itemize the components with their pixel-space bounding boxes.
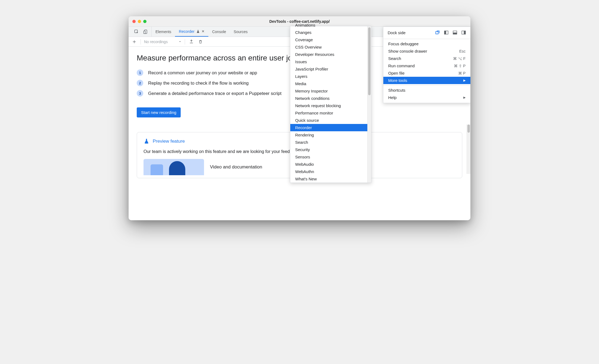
window-minimize-button[interactable] xyxy=(138,20,141,23)
flask-icon xyxy=(196,30,200,33)
submenu-arrow-icon: ▶ xyxy=(463,96,466,99)
dock-side-row: Dock side xyxy=(383,28,470,38)
menu-item-label: Focus debuggee xyxy=(388,41,419,46)
menu-item-label: Help xyxy=(388,95,397,100)
submenu-arrow-icon: ▶ xyxy=(463,79,466,82)
tools-menu-item[interactable]: Memory Inspector xyxy=(290,87,371,95)
menu-item-help[interactable]: Help ▶ xyxy=(383,94,470,101)
svg-rect-12 xyxy=(464,31,466,34)
step-number-badge: 1 xyxy=(137,69,143,76)
tools-menu-item-label: Coverage xyxy=(295,37,313,42)
tools-menu-item[interactable]: Performance monitor xyxy=(290,109,371,117)
tools-menu-item[interactable]: Layers xyxy=(290,73,371,80)
svg-rect-10 xyxy=(453,33,457,34)
start-recording-button[interactable]: Start new recording xyxy=(137,107,181,117)
tools-menu-item[interactable]: Sensors xyxy=(290,153,371,161)
tools-menu-item[interactable]: JavaScript Profiler xyxy=(290,65,371,73)
tools-menu-item[interactable]: Media xyxy=(290,80,371,87)
menu-item-shortcuts[interactable]: Shortcuts xyxy=(383,87,470,94)
dock-right-icon[interactable] xyxy=(461,30,466,35)
traffic-lights xyxy=(132,20,146,23)
dock-left-icon[interactable] xyxy=(444,30,449,35)
tab-recorder[interactable]: Recorder ✕ xyxy=(175,27,208,37)
tab-elements[interactable]: Elements xyxy=(152,27,175,37)
tab-label: Recorder xyxy=(179,29,195,34)
main-options-menu: Dock side Focus debuggee S xyxy=(383,27,470,103)
delete-icon[interactable] xyxy=(197,39,203,45)
step-number-badge: 3 xyxy=(137,90,143,97)
menu-item-label: Search xyxy=(388,56,401,61)
menu-divider xyxy=(383,39,470,39)
menu-item-label: More tools xyxy=(388,78,407,83)
tools-menu-item[interactable]: Quick source xyxy=(290,117,371,124)
add-recording-button[interactable] xyxy=(131,39,137,45)
preview-feature-link[interactable]: Preview feature xyxy=(153,139,185,144)
tab-console[interactable]: Console xyxy=(208,27,230,37)
tools-menu-item-label: JavaScript Profiler xyxy=(295,67,328,71)
menu-item-more-tools[interactable]: More tools ▶ xyxy=(383,77,470,84)
step-text: Record a common user journey on your web… xyxy=(148,70,257,75)
menu-item-show-console-drawer[interactable]: Show console drawer Esc xyxy=(383,47,470,55)
step-number-badge: 2 xyxy=(137,80,143,86)
window-zoom-button[interactable] xyxy=(143,20,146,23)
tools-menu-item-label: Performance monitor xyxy=(295,111,333,115)
device-toolbar-icon[interactable] xyxy=(143,29,149,35)
tools-menu-item-label: Developer Resources xyxy=(295,52,334,57)
tab-label: Sources xyxy=(234,30,247,34)
menu-item-shortcut: ⌘ P xyxy=(458,71,466,75)
dock-side-label: Dock side xyxy=(388,30,406,35)
window-close-button[interactable] xyxy=(132,20,136,23)
menu-item-run-command[interactable]: Run command ⌘ ⇧ P xyxy=(383,62,470,69)
menu-item-search[interactable]: Search ⌘ ⌥ F xyxy=(383,55,470,62)
tools-menu-item-label: Recorder xyxy=(295,125,312,130)
tools-menu-item-label: WebAudio xyxy=(295,162,314,167)
tools-menu-item[interactable]: CSS Overview xyxy=(290,43,371,51)
tools-menu-item[interactable]: WebAudio xyxy=(290,161,371,168)
tab-sources[interactable]: Sources xyxy=(230,27,251,37)
video-thumbnail[interactable] xyxy=(144,159,204,175)
tools-menu-item[interactable]: Animations xyxy=(290,21,371,29)
tools-menu-item[interactable]: Security xyxy=(290,146,371,153)
close-icon[interactable]: ✕ xyxy=(202,29,205,33)
tools-menu-item[interactable]: Search xyxy=(290,139,371,146)
tools-menu-item-label: Animations xyxy=(295,23,315,27)
tools-menu-item[interactable]: Changes xyxy=(290,29,371,36)
tools-menu-item-label: Quick source xyxy=(295,118,319,123)
svg-rect-6 xyxy=(436,31,438,34)
tools-menu-item[interactable]: Rendering xyxy=(290,131,371,139)
inspect-element-icon[interactable] xyxy=(133,29,139,35)
tools-menu-item-label: Network conditions xyxy=(295,96,330,101)
tools-menu-item[interactable]: Developer Resources xyxy=(290,51,371,58)
tools-menu-item[interactable]: Issues xyxy=(290,58,371,65)
flask-icon xyxy=(144,138,149,144)
menu-item-open-file[interactable]: Open file ⌘ P xyxy=(383,69,470,77)
menu-item-shortcut: ⌘ ⇧ P xyxy=(454,64,466,68)
tools-menu-item-label: Layers xyxy=(295,74,307,79)
menu-divider xyxy=(383,85,470,85)
menu-item-label: Shortcuts xyxy=(388,88,405,92)
recordings-placeholder: No recordings xyxy=(144,40,168,44)
tools-menu-item-label: Search xyxy=(295,140,308,145)
tools-menu-item[interactable]: WebAuthn xyxy=(290,168,371,175)
svg-rect-2 xyxy=(144,31,145,34)
tools-menu-item[interactable]: Coverage xyxy=(290,36,371,43)
dock-bottom-icon[interactable] xyxy=(453,30,457,35)
recordings-dropdown[interactable]: No recordings xyxy=(144,40,181,44)
tools-menu-item[interactable]: What's New xyxy=(290,175,371,183)
devtools-window: DevTools - coffee-cart.netlify.app/ Elem… xyxy=(129,16,470,220)
tab-label: Elements xyxy=(155,30,171,34)
tools-menu-item[interactable]: Network conditions xyxy=(290,95,371,102)
menu-item-shortcut: Esc xyxy=(459,49,466,53)
export-icon[interactable] xyxy=(188,39,194,45)
tools-menu-item-label: Issues xyxy=(295,59,307,64)
tools-menu-item-label: What's New xyxy=(295,177,317,181)
tools-menu-item[interactable]: Network request blocking xyxy=(290,102,371,109)
menu-item-label: Open file xyxy=(388,71,404,75)
tools-menu-item[interactable]: Recorder xyxy=(290,124,371,131)
scrollbar[interactable] xyxy=(367,26,371,183)
tools-menu-item-label: Sensors xyxy=(295,155,310,159)
dock-undock-icon[interactable] xyxy=(435,30,440,35)
menu-item-focus-debuggee[interactable]: Focus debuggee xyxy=(383,40,470,47)
scrollbar[interactable] xyxy=(467,124,470,174)
menu-item-label: Run command xyxy=(388,63,415,68)
